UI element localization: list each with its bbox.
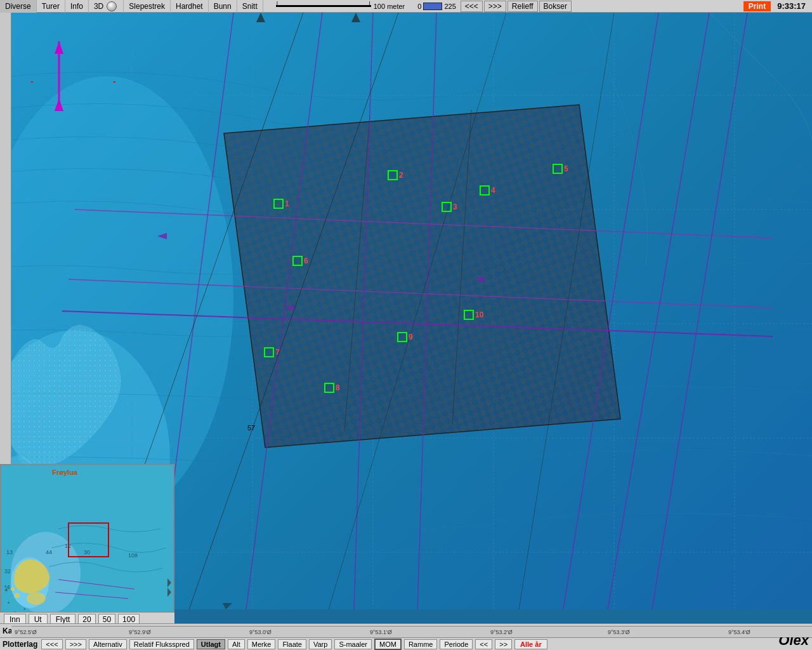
marker-label-4: 4	[491, 186, 495, 195]
lon-mark-1: 9°52.9'Ø	[129, 629, 151, 635]
plotterlag-bar: Plotterlag <<< >>> Alternativ Relatif Fl…	[0, 637, 812, 650]
svg-text:13: 13	[6, 549, 13, 555]
marker-label-5: 5	[564, 164, 568, 173]
marker-label-3: 3	[453, 202, 457, 211]
bottom-ruler: 9°52.5'Ø 9°52.9'Ø 9°53.0'Ø 9°53.1'Ø 9°53…	[11, 626, 812, 637]
marker-label-2: 2	[399, 171, 403, 180]
survey-point-7[interactable]: 7	[264, 347, 280, 357]
svg-marker-17	[224, 105, 620, 448]
pl-nav-left-btn[interactable]: <<<	[41, 639, 62, 649]
periode-btn[interactable]: Periode	[440, 639, 473, 649]
svg-marker-44	[55, 98, 63, 111]
svg-text:108: 108	[128, 552, 138, 559]
svg-text:44: 44	[46, 549, 52, 555]
lon-mark-6: 9°53.4'Ø	[728, 629, 750, 635]
pl-nav-rr-btn[interactable]: >>	[495, 639, 512, 649]
menu-slepestrek[interactable]: Slepestrek	[124, 0, 171, 13]
menu-snitt[interactable]: Snitt	[237, 0, 263, 13]
marker-box-2	[388, 170, 398, 180]
marker-box-6	[292, 256, 303, 266]
svg-text:32: 32	[4, 568, 11, 574]
marker-label-8: 8	[336, 383, 340, 392]
svg-text:*4: *4	[4, 584, 10, 590]
s-maaler-btn[interactable]: S-maaler	[334, 639, 372, 649]
lon-mark-3: 9°53.1'Ø	[370, 629, 392, 635]
depth-bar	[423, 3, 442, 10]
red-minus-1: -	[30, 76, 34, 86]
survey-point-5[interactable]: 5	[553, 164, 568, 174]
ramme-btn[interactable]: Ramme	[404, 639, 438, 649]
north-arrow	[49, 38, 69, 116]
marker-box-3	[442, 202, 452, 212]
marker-box-4	[480, 185, 490, 196]
scale-label: 100 meter	[374, 3, 405, 10]
3d-sphere-icon	[107, 1, 117, 11]
menu-diverse[interactable]: Diverse	[0, 0, 37, 13]
flaate-btn[interactable]: Flaate	[278, 639, 306, 649]
lon-mark-0: 9°52.5'Ø	[15, 629, 37, 635]
svg-marker-43	[55, 41, 63, 54]
mom-btn[interactable]: MOM	[374, 639, 402, 650]
svg-point-50	[11, 587, 15, 591]
depth-display: 0 225	[417, 3, 455, 10]
pl-nav-right-btn[interactable]: >>>	[65, 639, 86, 649]
menu-3d[interactable]: 3D	[89, 0, 124, 13]
menu-turer[interactable]: Turer	[37, 0, 65, 13]
varp-btn[interactable]: Varp	[309, 639, 332, 649]
lon-mark-4: 9°53.2'Ø	[490, 629, 513, 635]
mini-map-viewport-rect	[68, 522, 109, 557]
marker-label-10: 10	[475, 310, 483, 319]
alternativ-btn[interactable]: Alternativ	[89, 639, 127, 649]
merke-btn[interactable]: Merke	[247, 639, 276, 649]
marker-box-9	[397, 332, 407, 342]
print-button[interactable]: Print	[743, 1, 771, 11]
svg-text:*: *	[8, 600, 10, 606]
svg-point-49	[15, 593, 20, 598]
time-display: 9:33:17	[771, 1, 812, 11]
bokser-btn[interactable]: Bokser	[539, 1, 572, 12]
marker-box-8	[324, 383, 334, 393]
utlagt-btn[interactable]: Utlagt	[197, 639, 225, 649]
scale-bar: | | 100 meter	[276, 3, 408, 10]
marker-box-5	[553, 164, 563, 174]
marker-label-1: 1	[285, 199, 289, 208]
survey-point-8[interactable]: 8	[324, 383, 340, 393]
menu-hardhet[interactable]: Hardhet	[171, 0, 209, 13]
survey-point-2[interactable]: 2	[388, 170, 403, 180]
marker-label-7: 7	[275, 348, 280, 357]
lon-mark-5: 9°53.3'Ø	[608, 629, 630, 635]
mini-map: * * * + 13 32 *4 15 36 44 12 30 108 78 1…	[0, 464, 174, 626]
mini-map-title: Frøylua	[52, 468, 77, 476]
rel-fluksspred-btn[interactable]: Relatif Fluksspred	[129, 639, 194, 649]
survey-point-6[interactable]: 6	[292, 256, 308, 266]
survey-point-3[interactable]: 3	[442, 202, 457, 212]
plotterlag-label: Plotterlag	[3, 640, 37, 649]
menu-bunn[interactable]: Bunn	[209, 0, 237, 13]
alt-btn[interactable]: Alt	[228, 639, 245, 649]
depth-max: 225	[444, 3, 455, 10]
toolbar-right: Print 9:33:17	[743, 1, 812, 11]
relieff-btn[interactable]: Relieff	[508, 1, 538, 12]
nav-right-btn[interactable]: >>>	[484, 1, 506, 12]
menu-info[interactable]: Info	[65, 0, 89, 13]
red-minus-2: -	[113, 76, 116, 86]
marker-label-6: 6	[304, 256, 308, 265]
marker-box-10	[464, 310, 474, 320]
svg-point-48	[27, 592, 46, 605]
mini-map-inner: * * * + 13 32 *4 15 36 44 12 30 108 78 1…	[1, 465, 173, 625]
pl-nav-ll-btn[interactable]: <<	[475, 639, 492, 649]
depth-min: 0	[417, 3, 421, 10]
survey-point-10[interactable]: 10	[464, 310, 483, 320]
top-toolbar: Diverse Turer Info 3D Slepestrek Hardhet…	[0, 0, 812, 13]
marker-box-1	[273, 199, 284, 209]
survey-point-9[interactable]: 9	[397, 332, 413, 342]
lon-mark-2: 9°53.0'Ø	[249, 629, 272, 635]
map-label-57: 57	[247, 424, 255, 432]
survey-point-4[interactable]: 4	[480, 185, 495, 196]
marker-box-7	[264, 347, 274, 357]
marker-label-9: 9	[409, 333, 413, 342]
alle-ar-btn[interactable]: Alle år	[514, 639, 547, 649]
survey-point-1[interactable]: 1	[273, 199, 289, 209]
nav-left-btn[interactable]: <<<	[461, 1, 483, 12]
